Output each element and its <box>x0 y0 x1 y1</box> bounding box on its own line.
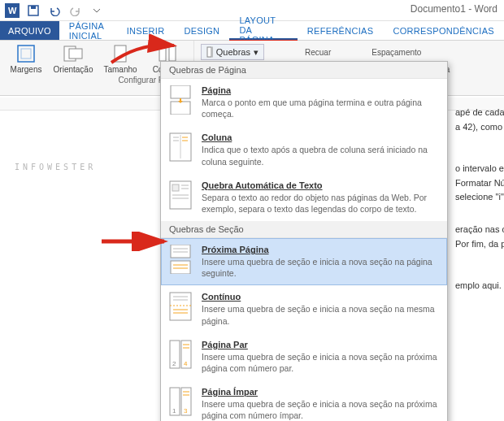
break-text-wrap-item[interactable]: Quebra Automática de TextoSepara o texto… <box>161 174 447 221</box>
svg-text:2: 2 <box>172 360 176 367</box>
spacing-label: Espaçamento <box>371 48 421 57</box>
continuous-section-icon <box>169 292 193 321</box>
item-desc: Insere uma quebra de seção e inicia a no… <box>202 256 439 279</box>
breaks-label: Quebras <box>216 47 250 57</box>
qat-customize-icon[interactable] <box>88 2 106 20</box>
breaks-dropdown: Quebras de Página PáginaMarca o ponto em… <box>160 61 448 421</box>
orientation-label: Orientação <box>54 65 93 74</box>
svg-rect-26 <box>171 245 190 258</box>
item-desc: Marca o ponto em que uma página termina … <box>202 97 439 119</box>
next-page-section-icon <box>169 245 193 274</box>
tab-references[interactable]: REFERÊNCIAS <box>298 21 384 40</box>
ribbon-tabs: ARQUIVO PÁGINA INICIAL INSERIR DESIGN LA… <box>0 21 504 41</box>
annotation-arrow-breaks <box>107 34 180 67</box>
svg-text:W: W <box>8 6 17 15</box>
item-title: Coluna <box>202 132 439 142</box>
odd-page-section-icon: 13 <box>169 387 193 416</box>
svg-rect-7 <box>69 49 82 59</box>
margins-button[interactable]: Margens <box>7 44 46 74</box>
item-title: Página Ímpar <box>202 387 439 397</box>
svg-text:3: 3 <box>184 407 188 414</box>
item-title: Página Par <box>202 340 439 349</box>
redo-icon[interactable] <box>67 2 85 20</box>
undo-icon[interactable] <box>46 2 63 20</box>
page-break-icon <box>169 85 193 115</box>
item-desc: Indica que o texto após a quebra de colu… <box>202 144 439 167</box>
item-title: Página <box>202 85 439 95</box>
margins-label: Margens <box>11 65 42 74</box>
break-even-page-item[interactable]: 24 Página ParInsere uma quebra de seção … <box>161 333 447 380</box>
page-breaks-section-header: Quebras de Página <box>161 62 447 79</box>
svg-rect-3 <box>31 6 36 9</box>
svg-text:4: 4 <box>184 360 188 367</box>
item-title: Quebra Automática de Texto <box>202 180 439 190</box>
column-break-icon <box>169 132 193 162</box>
tab-page-layout[interactable]: LAYOUT DA PÁGINA <box>229 21 297 40</box>
background-document-text: apé de cada u a 42), como e o intervalo … <box>455 106 504 293</box>
item-desc: Insere uma quebra de seção e inicia a no… <box>202 398 439 421</box>
svg-rect-13 <box>171 85 190 98</box>
word-app-icon[interactable]: W <box>3 2 21 20</box>
break-odd-page-item[interactable]: 13 Página ÍmparInsere uma quebra de seçã… <box>161 380 447 421</box>
item-desc: Insere uma quebra de seção e inicia a no… <box>202 303 439 326</box>
break-column-item[interactable]: ColunaIndica que o texto após a quebra d… <box>161 126 447 173</box>
even-page-section-icon: 24 <box>169 340 193 369</box>
breaks-button[interactable]: Quebras ▾ <box>201 44 264 60</box>
svg-rect-5 <box>21 49 31 59</box>
break-continuous-item[interactable]: ContínuoInsere uma quebra de seção e ini… <box>161 285 447 332</box>
tab-file[interactable]: ARQUIVO <box>0 21 59 40</box>
page-view: INFOWESTER <box>15 114 161 171</box>
svg-text:1: 1 <box>172 407 176 414</box>
orientation-button[interactable]: Orientação <box>54 44 93 74</box>
item-title: Próxima Página <box>202 245 439 254</box>
break-page-item[interactable]: PáginaMarca o ponto em que uma página te… <box>161 79 447 126</box>
svg-rect-11 <box>207 47 211 57</box>
indent-label: Recuar <box>305 48 331 57</box>
window-title: Documento1 - Word <box>411 3 497 15</box>
save-icon[interactable] <box>24 2 42 20</box>
svg-rect-21 <box>172 184 179 191</box>
svg-rect-14 <box>171 102 190 115</box>
watermark-text: INFOWESTER <box>15 163 161 171</box>
section-breaks-section-header: Quebras de Seção <box>161 221 447 238</box>
svg-rect-29 <box>171 261 190 274</box>
break-next-page-item[interactable]: Próxima PáginaInsere uma quebra de seção… <box>161 238 447 285</box>
breaks-icon <box>206 46 213 58</box>
item-desc: Separa o texto ao redor do objeto nas pá… <box>202 192 439 215</box>
text-wrap-break-icon <box>169 180 193 210</box>
chevron-down-icon: ▾ <box>254 47 259 58</box>
annotation-arrow-next-page <box>98 232 171 251</box>
tab-design[interactable]: DESIGN <box>174 21 229 40</box>
item-desc: Insere uma quebra de seção e inicia a no… <box>202 351 439 374</box>
svg-rect-4 <box>18 46 34 62</box>
item-title: Contínuo <box>202 292 439 302</box>
tab-mailings[interactable]: CORRESPONDÊNCIAS <box>383 21 504 40</box>
